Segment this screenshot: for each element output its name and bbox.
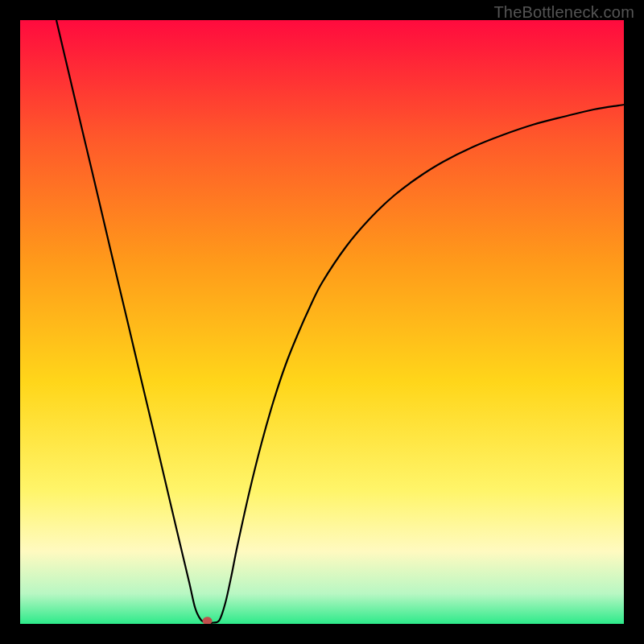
watermark-text: TheBottleneck.com xyxy=(493,3,634,22)
chart-svg xyxy=(20,20,624,624)
chart-frame xyxy=(20,20,624,624)
gradient-background xyxy=(20,20,624,624)
plot-area xyxy=(20,20,624,624)
